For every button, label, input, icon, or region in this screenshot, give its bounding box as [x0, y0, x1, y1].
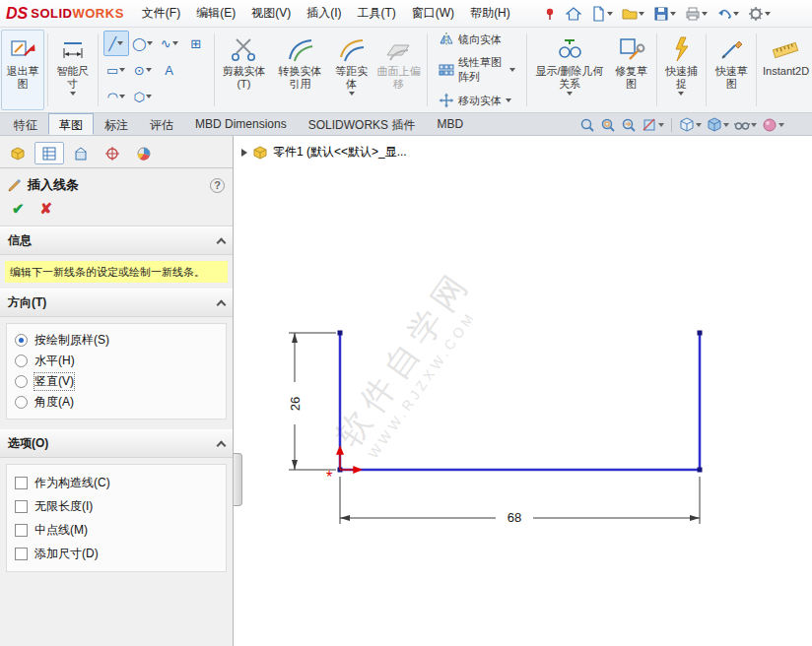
view-orientation-dropdown-icon[interactable]	[696, 123, 702, 127]
checkbox-add-dimensions[interactable]: 添加尺寸(D)	[15, 542, 218, 565]
configuration-manager-tab[interactable]	[66, 142, 96, 164]
graphics-area[interactable]: 零件1 (默认<<默认>_显... 软件自学网 WWW.RJZXW.COM 26…	[234, 136, 812, 646]
arc-dropdown-icon[interactable]	[119, 95, 125, 98]
menu-view[interactable]: 视图(V)	[243, 0, 299, 27]
panel-flyout-handle[interactable]	[234, 453, 242, 506]
tab-features[interactable]: 特征	[3, 113, 48, 135]
print-icon[interactable]	[682, 4, 710, 24]
quick-snaps-button[interactable]: 快速捕捉	[659, 30, 703, 110]
smart-dimension-button[interactable]: 智能尺寸	[51, 30, 95, 110]
checkbox-icon[interactable]	[15, 524, 28, 537]
radio-button-icon[interactable]	[15, 396, 28, 409]
mirror-entities-button[interactable]: 镜向实体	[435, 30, 519, 49]
menu-window[interactable]: 窗口(W)	[404, 0, 462, 27]
options-gear-icon[interactable]	[745, 4, 774, 24]
smart-dimension-dropdown-icon[interactable]	[70, 92, 76, 96]
radio-button-icon[interactable]	[15, 375, 28, 388]
display-style-icon[interactable]	[707, 117, 729, 133]
trim-entities-button[interactable]: 剪裁实体(T)	[217, 30, 270, 110]
linear-pattern-dropdown-icon[interactable]	[509, 68, 515, 72]
line-tool-button[interactable]: ╱	[103, 31, 129, 56]
move-entities-dropdown-icon[interactable]	[506, 98, 511, 102]
checkbox-icon[interactable]	[15, 548, 28, 560]
tab-sketch[interactable]: 草图	[48, 113, 94, 135]
tab-mbd-dimensions[interactable]: MBD Dimensions	[184, 113, 298, 135]
radio-button-icon[interactable]	[15, 334, 28, 347]
message-section-header[interactable]: 信息	[0, 226, 233, 255]
ok-button[interactable]: ✔	[12, 200, 25, 218]
radio-horizontal[interactable]: 水平(H)	[15, 351, 218, 371]
dim-68-text[interactable]: 68	[508, 510, 521, 525]
menu-file[interactable]: 文件(F)	[134, 0, 188, 27]
polygon-tool-button[interactable]: ⬡	[130, 84, 156, 109]
tab-evaluate[interactable]: 评估	[139, 113, 184, 135]
undo-icon[interactable]	[713, 4, 742, 24]
quick-snaps-dropdown-icon[interactable]	[678, 92, 684, 96]
options-section-header[interactable]: 选项(O)	[0, 429, 233, 458]
feature-manager-tab[interactable]	[3, 142, 33, 164]
new-document-icon[interactable]	[587, 4, 616, 24]
dim-26-text[interactable]: 26	[288, 397, 303, 411]
perimeter-circle-dropdown-icon[interactable]	[146, 68, 152, 72]
sketch-canvas[interactable]: 软件自学网 WWW.RJZXW.COM 26 68	[234, 136, 812, 646]
checkbox-icon[interactable]	[15, 500, 28, 513]
zoom-to-area-icon[interactable]	[600, 117, 616, 133]
checkbox-icon[interactable]	[15, 477, 28, 489]
open-file-icon[interactable]	[619, 4, 647, 24]
edit-appearance-icon[interactable]	[762, 117, 784, 133]
checkbox-midpoint-line[interactable]: 中点线(M)	[15, 518, 218, 542]
display-style-dropdown-icon[interactable]	[723, 123, 729, 127]
hide-show-items-icon[interactable]	[734, 117, 757, 133]
checkbox-construction-line[interactable]: 作为构造线(C)	[15, 471, 218, 494]
checkbox-infinite-length[interactable]: 无限长度(I)	[15, 494, 218, 518]
text-tool-button[interactable]: A	[157, 57, 182, 83]
polygon-dropdown-icon[interactable]	[146, 95, 152, 98]
edit-appearance-dropdown-icon[interactable]	[778, 123, 784, 127]
sketch-pattern-button[interactable]: ⊞	[183, 31, 209, 56]
move-entities-button[interactable]: 移动实体	[435, 91, 519, 110]
spline-tool-button[interactable]: ∿	[157, 31, 182, 56]
section-view-icon[interactable]	[642, 117, 664, 133]
rectangle-tool-button[interactable]: ▭	[103, 57, 129, 83]
line-dropdown-icon[interactable]	[117, 41, 123, 45]
display-relations-dropdown-icon[interactable]	[567, 92, 573, 96]
radio-vertical[interactable]: 竖直(V)	[15, 371, 218, 392]
feature-tree-root[interactable]: 零件1 (默认<<默认>_显...	[241, 144, 407, 161]
hide-show-dropdown-icon[interactable]	[751, 123, 757, 127]
offset-dropdown-icon[interactable]	[349, 92, 355, 96]
radio-button-icon[interactable]	[15, 355, 28, 367]
menu-edit[interactable]: 编辑(E)	[188, 0, 243, 27]
rectangle-dropdown-icon[interactable]	[119, 68, 125, 72]
section-view-dropdown-icon[interactable]	[658, 123, 664, 127]
radio-as-sketched[interactable]: 按绘制原样(S)	[15, 330, 218, 351]
radio-angle[interactable]: 角度(A)	[15, 392, 218, 413]
view-orientation-icon[interactable]	[679, 117, 702, 133]
pin-toolbar-icon[interactable]	[540, 5, 560, 23]
dimxpert-manager-tab[interactable]	[98, 142, 127, 164]
zoom-to-fit-icon[interactable]	[579, 117, 595, 133]
arc-tool-button[interactable]: ◠	[103, 84, 129, 109]
perimeter-circle-button[interactable]: ⊙	[130, 57, 156, 83]
linear-sketch-pattern-button[interactable]: 线性草图阵列	[435, 53, 519, 87]
previous-view-icon[interactable]	[621, 117, 637, 133]
cancel-button[interactable]: ✘	[40, 200, 53, 218]
exit-sketch-button[interactable]: 退出草图	[1, 30, 44, 110]
tab-markup[interactable]: 标注	[94, 113, 139, 135]
menu-tools[interactable]: 工具(T)	[349, 0, 403, 27]
circle-dropdown-icon[interactable]	[147, 41, 153, 45]
spline-dropdown-icon[interactable]	[172, 41, 178, 45]
tab-mbd[interactable]: MBD	[426, 113, 474, 135]
display-manager-tab[interactable]	[129, 142, 159, 164]
menu-help[interactable]: 帮助(H)	[462, 0, 518, 27]
tree-expand-icon[interactable]	[241, 149, 247, 157]
menu-insert[interactable]: 插入(I)	[299, 0, 349, 27]
instant2d-button[interactable]: Instant2D	[760, 30, 811, 110]
display-delete-relations-button[interactable]: 显示/删除几何关系	[529, 30, 609, 110]
tab-solidworks-addins[interactable]: SOLIDWORKS 插件	[298, 113, 427, 135]
help-icon[interactable]: ?	[210, 178, 225, 193]
offset-entities-button[interactable]: 等距实体	[330, 30, 373, 110]
home-icon[interactable]	[563, 4, 584, 24]
circle-tool-button[interactable]: ◯	[130, 31, 156, 56]
orientation-section-header[interactable]: 方向(T)	[0, 289, 233, 317]
convert-entities-button[interactable]: 转换实体引用	[270, 30, 329, 110]
